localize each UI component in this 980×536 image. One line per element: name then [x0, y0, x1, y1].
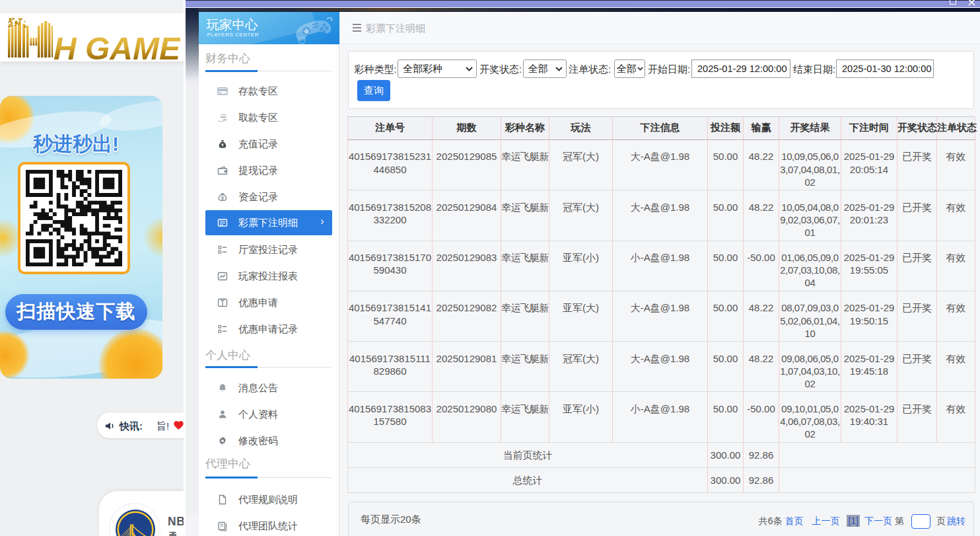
svg-text:$: $: [221, 196, 224, 201]
